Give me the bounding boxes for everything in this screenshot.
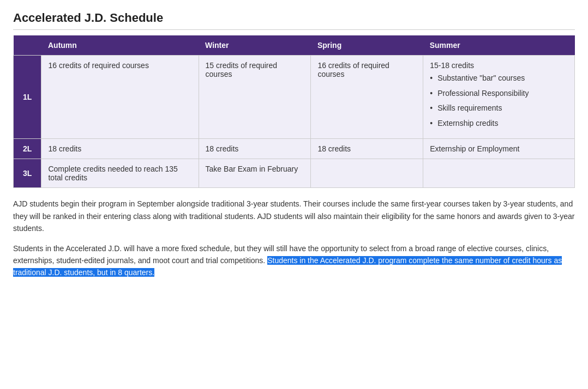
bullet-item: Professional Responsibility [430,88,568,99]
cell-2l-spring: 18 credits [311,139,423,159]
cell-3l-spring [311,159,423,188]
cell-2l-winter: 18 credits [199,139,311,159]
col-header-autumn: Autumn [41,35,199,56]
paragraph-1: AJD students begin their program in Sept… [13,198,575,234]
cell-1l-autumn: 16 credits of required courses [41,56,199,139]
schedule-table: Autumn Winter Spring Summer 1L 16 credit… [13,35,575,188]
row-label-1l: 1L [14,56,41,139]
table-row: 3L Complete credits needed to reach 135 … [14,159,575,188]
table-row: 2L 18 credits 18 credits 18 credits Exte… [14,139,575,159]
col-header-summer: Summer [423,35,575,56]
col-header-spring: Spring [311,35,423,56]
cell-1l-winter: 15 credits of required courses [199,56,311,139]
summer-bullet-list: Substantive "bar" courses Professional R… [430,73,568,129]
cell-3l-autumn: Complete credits needed to reach 135 tot… [41,159,199,188]
paragraph-2: Students in the Accelerated J.D. will ha… [13,242,575,279]
cell-2l-autumn: 18 credits [41,139,199,159]
col-header-winter: Winter [199,35,311,56]
page-title: Accelerated J.D. Schedule [13,11,575,30]
bullet-item: Skills requirements [430,103,568,114]
cell-3l-winter: Take Bar Exam in February [199,159,311,188]
cell-2l-summer: Externship or Employment [423,139,575,159]
bullet-item: Externship credits [430,118,568,129]
row-label-3l: 3L [14,159,41,188]
row-label-2l: 2L [14,139,41,159]
bullet-item: Substantive "bar" courses [430,73,568,84]
col-header-empty [14,35,41,56]
table-row: 1L 16 credits of required courses 15 cre… [14,56,575,139]
cell-1l-spring: 16 credits of required courses [311,56,423,139]
cell-3l-summer [423,159,575,188]
cell-1l-summer: 15-18 credits Substantive "bar" courses … [423,56,575,139]
summer-intro: 15-18 credits [430,61,474,70]
